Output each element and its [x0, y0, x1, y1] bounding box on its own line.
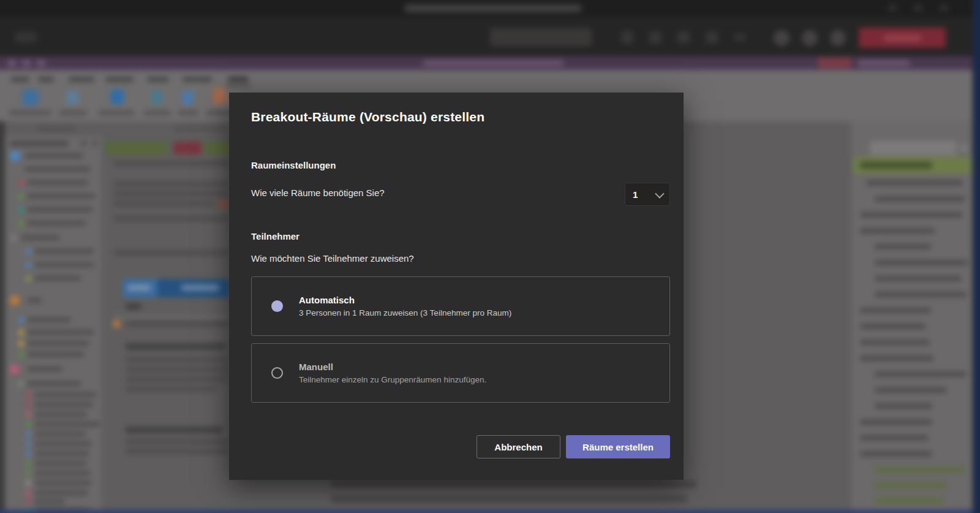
section-title-line	[34, 412, 87, 417]
paragraph-line	[113, 181, 230, 187]
section-color-icon	[26, 276, 31, 281]
paragraph-line	[113, 201, 215, 207]
page-title-line	[860, 340, 930, 345]
ribbon-icon-label	[9, 110, 51, 115]
paragraph-line	[331, 495, 687, 503]
ribbon-icon-label	[143, 110, 172, 115]
option-automatic[interactable]: Automatisch 3 Personen in 1 Raum zuweise…	[251, 276, 670, 336]
ribbon-tab	[38, 77, 54, 82]
option-automatic-description: 3 Personen in 1 Raum zuweisen (3 Teilneh…	[299, 307, 511, 319]
ribbon-icon	[110, 89, 124, 104]
ribbon-tab-active-underline	[225, 85, 251, 87]
paragraph-line	[126, 367, 228, 372]
page-title-line	[875, 244, 931, 249]
section-color-icon	[26, 431, 31, 436]
section-title-line	[34, 490, 88, 495]
create-rooms-button[interactable]: Räume erstellen	[566, 435, 670, 458]
section-title-line	[24, 153, 83, 158]
section-title-line	[34, 471, 91, 476]
sidebar-header-icon	[92, 140, 98, 146]
table-header-text	[127, 285, 151, 291]
ribbon-tab	[69, 77, 94, 82]
section-title-line	[27, 317, 71, 322]
section-color-icon	[26, 481, 31, 485]
section-title-line	[34, 441, 92, 446]
option-manual-description: Teilnehmer einzeln zu Gruppenräumen hinz…	[299, 374, 486, 386]
participants-heading: Teilnehmer	[251, 231, 300, 241]
section-color-icon	[26, 490, 31, 495]
section-color-icon	[18, 381, 23, 386]
section-color-icon	[10, 295, 20, 305]
paragraph-line	[126, 321, 229, 327]
page-title-line	[860, 228, 935, 234]
paragraph-line	[126, 439, 228, 444]
radio-unselected-icon[interactable]	[271, 367, 283, 379]
section-title-line	[27, 221, 86, 226]
paragraph-line	[113, 216, 228, 221]
section-title-line	[21, 235, 60, 240]
section-title-line	[27, 194, 96, 199]
ribbon-group-label	[37, 126, 76, 131]
section-color-icon	[18, 317, 24, 323]
room-settings-heading: Raumeinstellungen	[251, 160, 336, 170]
page-title-line	[875, 260, 968, 265]
page-title-line	[860, 308, 931, 313]
ribbon-icon-label	[98, 110, 135, 115]
page-search-box	[870, 141, 957, 156]
section-title-line	[27, 330, 94, 335]
radio-selected-icon[interactable]	[271, 300, 283, 312]
page-title-line	[875, 467, 965, 473]
ribbon-tab-active	[228, 77, 249, 82]
search-box	[490, 28, 592, 46]
meeting-toolbar-icon	[706, 31, 718, 44]
option-manual[interactable]: Manuell Teilnehmer einzeln zu Gruppenräu…	[251, 343, 670, 403]
screen: Breakout-Räume (Vorschau) erstellen Raum…	[0, 0, 980, 513]
sidebar-left-edge	[0, 121, 5, 513]
dialog-title: Breakout-Räume (Vorschau) erstellen	[251, 110, 484, 124]
section-color-icon	[26, 499, 31, 504]
ribbon-group-label	[173, 126, 225, 131]
section-title-line	[34, 481, 92, 485]
section-title-line	[27, 298, 42, 303]
divider-line	[113, 316, 230, 317]
section-title-line	[34, 499, 65, 504]
option-automatic-label: Automatisch	[299, 294, 511, 307]
section-color-icon	[18, 221, 24, 226]
ribbon-icon	[151, 91, 162, 104]
section-color-icon	[18, 352, 24, 357]
room-count-dropdown[interactable]: 1	[625, 183, 670, 206]
window-controls	[888, 5, 897, 11]
page-title-line	[860, 324, 926, 329]
section-color-icon	[26, 412, 31, 417]
heading-line	[126, 343, 225, 350]
paragraph-line	[113, 161, 230, 166]
cancel-button[interactable]: Abbrechen	[477, 435, 560, 458]
chevron-down-icon	[655, 189, 665, 199]
dialog-actions: Abbrechen Räume erstellen	[477, 435, 670, 458]
section-title-line	[24, 167, 91, 172]
paragraph-line	[113, 250, 228, 256]
section-title-line	[34, 422, 100, 427]
ribbon-icon	[22, 89, 38, 105]
section-title-line	[34, 431, 86, 436]
page-search-icon	[960, 145, 968, 152]
page-title-line	[860, 435, 929, 441]
nav-arrows	[15, 32, 37, 43]
sidebar-header-text	[10, 141, 69, 146]
onenote-titlebar-close	[818, 58, 851, 68]
option-text: Automatisch 3 Personen in 1 Raum zuweise…	[299, 294, 511, 319]
page-title-line	[875, 483, 947, 488]
section-color-icon	[26, 402, 31, 407]
section-color-icon	[10, 151, 20, 161]
option-manual-label: Manuell	[299, 360, 486, 374]
section-title-line	[34, 461, 87, 466]
avatar	[774, 30, 790, 46]
section-title-line	[34, 402, 93, 407]
ribbon-icon	[66, 91, 78, 104]
ribbon-tab	[105, 77, 134, 82]
ribbon-tab	[147, 77, 169, 82]
ribbon-tab	[183, 77, 212, 82]
meeting-toolbar-icon	[649, 31, 662, 44]
section-title-line	[34, 276, 81, 281]
onenote-titlebar-text	[423, 60, 564, 66]
